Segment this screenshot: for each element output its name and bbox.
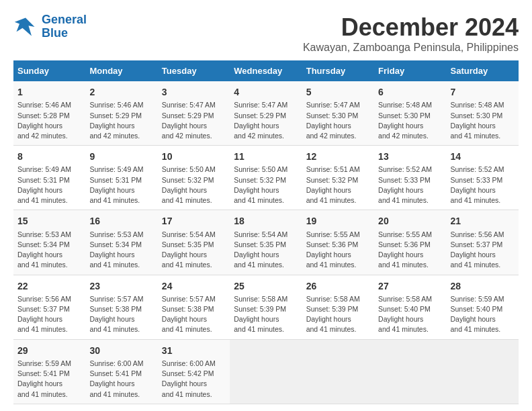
table-cell: 29Sunrise: 5:59 AMSunset: 5:41 PMDayligh… — [13, 339, 85, 404]
table-cell: 1Sunrise: 5:46 AMSunset: 5:28 PMDaylight… — [13, 81, 85, 146]
day-info: Sunrise: 6:00 AMSunset: 5:41 PMDaylight … — [89, 359, 153, 400]
day-number: 4 — [234, 85, 298, 99]
day-number: 10 — [162, 150, 226, 163]
day-info: Sunrise: 5:59 AMSunset: 5:41 PMDaylight … — [17, 359, 81, 400]
table-cell: 16Sunrise: 5:53 AMSunset: 5:34 PMDayligh… — [85, 210, 157, 275]
table-cell: 26Sunrise: 5:58 AMSunset: 5:39 PMDayligh… — [302, 275, 374, 339]
table-cell: 3Sunrise: 5:47 AMSunset: 5:29 PMDaylight… — [158, 81, 230, 146]
day-number: 28 — [451, 279, 515, 293]
table-cell: 4Sunrise: 5:47 AMSunset: 5:29 PMDaylight… — [230, 81, 302, 146]
logo-icon — [13, 15, 38, 39]
day-number: 14 — [451, 150, 515, 163]
day-number: 23 — [89, 279, 153, 293]
day-info: Sunrise: 5:53 AMSunset: 5:34 PMDaylight … — [17, 230, 81, 271]
table-cell: 30Sunrise: 6:00 AMSunset: 5:41 PMDayligh… — [85, 339, 157, 404]
col-monday: Monday — [85, 60, 157, 81]
day-info: Sunrise: 5:55 AMSunset: 5:36 PMDaylight … — [378, 230, 442, 271]
table-cell: 21Sunrise: 5:56 AMSunset: 5:37 PMDayligh… — [447, 210, 519, 275]
table-cell: 31Sunrise: 6:00 AMSunset: 5:42 PMDayligh… — [158, 339, 230, 404]
table-cell: 27Sunrise: 5:58 AMSunset: 5:40 PMDayligh… — [374, 275, 446, 339]
day-info: Sunrise: 5:47 AMSunset: 5:29 PMDaylight … — [234, 100, 298, 141]
day-info: Sunrise: 5:55 AMSunset: 5:36 PMDaylight … — [306, 230, 370, 271]
day-info: Sunrise: 5:46 AMSunset: 5:29 PMDaylight … — [89, 100, 153, 141]
svg-marker-0 — [15, 17, 35, 36]
day-number: 6 — [378, 85, 442, 99]
day-info: Sunrise: 5:47 AMSunset: 5:30 PMDaylight … — [306, 100, 370, 141]
table-cell: 25Sunrise: 5:58 AMSunset: 5:39 PMDayligh… — [230, 275, 302, 339]
day-info: Sunrise: 5:48 AMSunset: 5:30 PMDaylight … — [451, 100, 515, 141]
day-number: 22 — [17, 279, 81, 293]
day-info: Sunrise: 5:59 AMSunset: 5:40 PMDaylight … — [451, 294, 515, 335]
day-info: Sunrise: 5:49 AMSunset: 5:31 PMDaylight … — [89, 165, 153, 205]
day-number: 8 — [17, 150, 81, 163]
day-number: 1 — [17, 85, 81, 99]
table-cell: 20Sunrise: 5:55 AMSunset: 5:36 PMDayligh… — [374, 210, 446, 275]
day-info: Sunrise: 6:00 AMSunset: 5:42 PMDaylight … — [162, 359, 226, 400]
day-number: 3 — [162, 85, 226, 99]
day-info: Sunrise: 5:48 AMSunset: 5:30 PMDaylight … — [378, 100, 442, 141]
day-info: Sunrise: 5:53 AMSunset: 5:34 PMDaylight … — [89, 230, 153, 271]
col-thursday: Thursday — [302, 60, 374, 81]
table-cell: 24Sunrise: 5:57 AMSunset: 5:38 PMDayligh… — [158, 275, 230, 339]
day-info: Sunrise: 5:46 AMSunset: 5:28 PMDaylight … — [17, 100, 81, 141]
day-info: Sunrise: 5:56 AMSunset: 5:37 PMDaylight … — [17, 294, 81, 335]
table-cell — [302, 339, 374, 404]
table-cell — [374, 339, 446, 404]
day-number: 26 — [306, 279, 370, 293]
day-info: Sunrise: 5:54 AMSunset: 5:35 PMDaylight … — [234, 230, 298, 271]
day-number: 5 — [306, 85, 370, 99]
table-cell: 15Sunrise: 5:53 AMSunset: 5:34 PMDayligh… — [13, 210, 85, 275]
table-cell: 23Sunrise: 5:57 AMSunset: 5:38 PMDayligh… — [85, 275, 157, 339]
table-cell: 18Sunrise: 5:54 AMSunset: 5:35 PMDayligh… — [230, 210, 302, 275]
calendar-header-row: Sunday Monday Tuesday Wednesday Thursday… — [13, 60, 519, 81]
col-wednesday: Wednesday — [230, 60, 302, 81]
day-number: 29 — [17, 344, 81, 357]
table-cell: 14Sunrise: 5:52 AMSunset: 5:33 PMDayligh… — [447, 146, 519, 210]
table-cell: 5Sunrise: 5:47 AMSunset: 5:30 PMDaylight… — [302, 81, 374, 146]
day-info: Sunrise: 5:47 AMSunset: 5:29 PMDaylight … — [162, 100, 226, 141]
day-info: Sunrise: 5:58 AMSunset: 5:39 PMDaylight … — [306, 294, 370, 335]
table-row: 1Sunrise: 5:46 AMSunset: 5:28 PMDaylight… — [13, 81, 519, 146]
table-cell: 7Sunrise: 5:48 AMSunset: 5:30 PMDaylight… — [447, 81, 519, 146]
table-cell: 10Sunrise: 5:50 AMSunset: 5:32 PMDayligh… — [158, 146, 230, 210]
day-number: 18 — [234, 214, 298, 228]
day-info: Sunrise: 5:57 AMSunset: 5:38 PMDaylight … — [162, 294, 226, 335]
table-row: 22Sunrise: 5:56 AMSunset: 5:37 PMDayligh… — [13, 275, 519, 339]
day-info: Sunrise: 5:52 AMSunset: 5:33 PMDaylight … — [451, 165, 515, 205]
table-cell: 11Sunrise: 5:50 AMSunset: 5:32 PMDayligh… — [230, 146, 302, 210]
table-cell: 12Sunrise: 5:51 AMSunset: 5:32 PMDayligh… — [302, 146, 374, 210]
day-number: 11 — [234, 150, 298, 163]
col-saturday: Saturday — [447, 60, 519, 81]
day-info: Sunrise: 5:50 AMSunset: 5:32 PMDaylight … — [234, 165, 298, 205]
day-number: 24 — [162, 279, 226, 293]
day-number: 13 — [378, 150, 442, 163]
day-number: 9 — [89, 150, 153, 163]
day-number: 20 — [378, 214, 442, 228]
day-number: 30 — [89, 344, 153, 357]
logo: General Blue — [13, 13, 87, 40]
table-row: 8Sunrise: 5:49 AMSunset: 5:31 PMDaylight… — [13, 146, 519, 210]
col-friday: Friday — [374, 60, 446, 81]
day-number: 17 — [162, 214, 226, 228]
table-cell: 13Sunrise: 5:52 AMSunset: 5:33 PMDayligh… — [374, 146, 446, 210]
day-info: Sunrise: 5:51 AMSunset: 5:32 PMDaylight … — [306, 165, 370, 205]
day-info: Sunrise: 5:56 AMSunset: 5:37 PMDaylight … — [451, 230, 515, 271]
month-title: December 2024 — [303, 13, 519, 42]
day-info: Sunrise: 5:52 AMSunset: 5:33 PMDaylight … — [378, 165, 442, 205]
day-info: Sunrise: 5:49 AMSunset: 5:31 PMDaylight … — [17, 165, 81, 205]
table-cell: 28Sunrise: 5:59 AMSunset: 5:40 PMDayligh… — [447, 275, 519, 339]
day-info: Sunrise: 5:57 AMSunset: 5:38 PMDaylight … — [89, 294, 153, 335]
table-row: 15Sunrise: 5:53 AMSunset: 5:34 PMDayligh… — [13, 210, 519, 275]
calendar-table: Sunday Monday Tuesday Wednesday Thursday… — [13, 60, 519, 404]
table-cell: 2Sunrise: 5:46 AMSunset: 5:29 PMDaylight… — [85, 81, 157, 146]
table-cell — [230, 339, 302, 404]
logo-text: General Blue — [42, 13, 87, 40]
day-info: Sunrise: 5:50 AMSunset: 5:32 PMDaylight … — [162, 165, 226, 205]
day-number: 12 — [306, 150, 370, 163]
table-cell: 22Sunrise: 5:56 AMSunset: 5:37 PMDayligh… — [13, 275, 85, 339]
table-cell: 19Sunrise: 5:55 AMSunset: 5:36 PMDayligh… — [302, 210, 374, 275]
day-number: 16 — [89, 214, 153, 228]
table-cell: 9Sunrise: 5:49 AMSunset: 5:31 PMDaylight… — [85, 146, 157, 210]
table-cell: 6Sunrise: 5:48 AMSunset: 5:30 PMDaylight… — [374, 81, 446, 146]
day-number: 2 — [89, 85, 153, 99]
